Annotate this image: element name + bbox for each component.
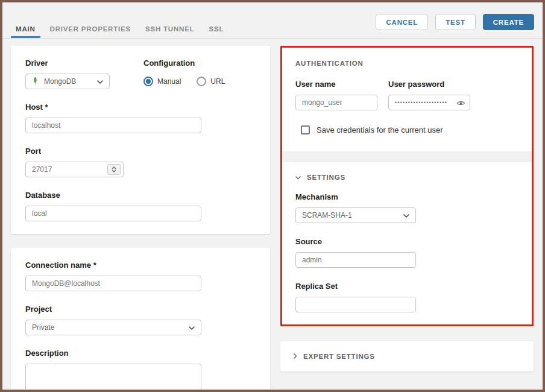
database-group: Database <box>25 191 256 221</box>
user-name-label: User name <box>295 80 377 89</box>
test-button[interactable]: TEST <box>435 14 476 30</box>
checkbox-unchecked-icon[interactable] <box>301 125 310 134</box>
save-credentials-checkbox-row[interactable]: Save credentials for the current user <box>301 125 518 134</box>
tab-ssl[interactable]: SSL <box>204 21 228 38</box>
connection-dialog-window: MAIN DRIVER PROPERTIES SSH TUNNEL SSL CA… <box>0 0 545 392</box>
host-group: Host * <box>25 103 256 133</box>
section-divider <box>282 151 532 162</box>
radio-unselected-icon <box>197 77 206 86</box>
driver-group: Driver MongoDB <box>25 58 110 89</box>
port-group: Port <box>25 147 256 177</box>
configuration-label: Configuration <box>143 58 225 68</box>
connection-name-group: Connection name * <box>25 261 256 291</box>
tab-ssh-tunnel[interactable]: SSH TUNNEL <box>140 21 199 38</box>
description-label: Description <box>25 349 256 358</box>
right-column: AUTHENTICATION User name User password <box>280 46 534 392</box>
user-name-group: User name <box>295 80 377 110</box>
create-button[interactable]: CREATE <box>483 14 534 30</box>
settings-header-label: SETTINGS <box>307 174 345 181</box>
host-input[interactable] <box>25 118 201 133</box>
database-label: Database <box>25 191 256 200</box>
save-credentials-label: Save credentials for the current user <box>317 125 443 134</box>
replica-set-label: Replica Set <box>295 282 518 291</box>
connection-settings-card: Driver MongoDB <box>11 46 270 234</box>
configuration-group: Configuration Manual URL <box>143 58 225 89</box>
driver-value: MongoDB <box>44 77 76 86</box>
left-column: Driver MongoDB <box>11 46 270 392</box>
driver-select[interactable]: MongoDB <box>25 74 110 89</box>
source-input[interactable] <box>295 252 416 268</box>
port-label: Port <box>25 147 256 156</box>
authentication-section: AUTHENTICATION User name User password <box>282 48 532 151</box>
replica-set-group: Replica Set <box>295 282 518 312</box>
expert-settings-header[interactable]: EXPERT SETTINGS <box>294 353 375 360</box>
project-group: Project Private <box>25 305 256 335</box>
user-name-input[interactable] <box>295 95 377 110</box>
chevron-down-icon <box>403 211 409 220</box>
expert-settings-card: EXPERT SETTINGS <box>280 341 534 371</box>
dialog-header: MAIN DRIVER PROPERTIES SSH TUNNEL SSL CA… <box>2 2 543 39</box>
authentication-header: AUTHENTICATION <box>295 60 518 67</box>
user-password-group: User password <box>388 80 470 110</box>
chevron-down-icon <box>97 77 103 86</box>
project-value: Private <box>32 323 54 332</box>
connection-name-label: Connection name * <box>25 261 256 270</box>
resize-handle-icon[interactable] <box>194 389 200 392</box>
port-stepper[interactable] <box>107 164 121 175</box>
source-label: Source <box>295 237 518 246</box>
settings-header[interactable]: SETTINGS <box>295 174 518 181</box>
tab-bar: MAIN DRIVER PROPERTIES SSH TUNNEL SSL <box>11 21 228 38</box>
mechanism-select[interactable]: SCRAM-SHA-1 <box>295 207 416 223</box>
description-textarea[interactable] <box>25 364 201 392</box>
eye-icon[interactable] <box>456 98 465 109</box>
action-buttons: CANCEL TEST CREATE <box>376 14 534 30</box>
project-label: Project <box>25 305 256 314</box>
expert-settings-header-label: EXPERT SETTINGS <box>303 353 375 360</box>
mechanism-label: Mechanism <box>295 192 518 201</box>
replica-set-input[interactable] <box>295 297 416 312</box>
tab-driver-properties[interactable]: DRIVER PROPERTIES <box>45 21 136 38</box>
user-password-label: User password <box>388 80 470 89</box>
settings-section: SETTINGS Mechanism SCRAM-SHA-1 <box>282 162 532 324</box>
mongodb-leaf-icon <box>32 77 39 87</box>
mechanism-group: Mechanism SCRAM-SHA-1 <box>295 192 518 223</box>
project-select[interactable]: Private <box>25 320 201 335</box>
tab-main[interactable]: MAIN <box>11 21 40 38</box>
configuration-radio-manual[interactable]: Manual <box>143 77 181 86</box>
radio-manual-label: Manual <box>157 77 181 86</box>
connection-name-card: Connection name * Project Private Descri… <box>11 248 270 392</box>
cancel-button[interactable]: CANCEL <box>376 14 428 30</box>
configuration-radio-url[interactable]: URL <box>197 77 225 86</box>
connection-name-input[interactable] <box>25 276 201 291</box>
chevron-right-icon <box>294 353 297 360</box>
radio-selected-icon <box>143 77 153 86</box>
driver-label: Driver <box>25 58 110 68</box>
chevron-down-icon <box>189 323 195 332</box>
database-input[interactable] <box>25 206 201 221</box>
source-group: Source <box>295 237 518 268</box>
authentication-highlight-box: AUTHENTICATION User name User password <box>280 46 534 326</box>
description-group: Description <box>25 349 256 392</box>
dialog-content: Driver MongoDB <box>2 39 543 392</box>
mechanism-value: SCRAM-SHA-1 <box>302 211 352 220</box>
host-label: Host * <box>25 103 256 112</box>
radio-url-label: URL <box>210 77 225 86</box>
chevron-down-icon <box>295 174 301 181</box>
